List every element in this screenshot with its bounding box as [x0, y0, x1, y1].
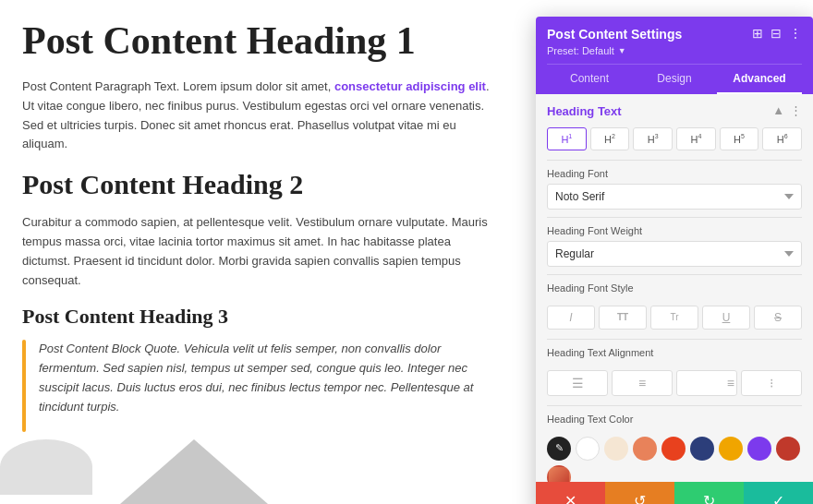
panel-header-icons: ⊞ ⊟ ⋮: [752, 26, 802, 42]
color-swatch-dark-blue[interactable]: [690, 437, 714, 461]
heading-font-row: Heading Font Noto Serif: [536, 161, 813, 217]
align-buttons: ☰ ≡ ≡ ⁝: [536, 370, 813, 405]
panel-tabs: Content Design Advanced: [547, 64, 802, 94]
preset-label: Preset: Default: [547, 45, 614, 56]
section-header-icons: ▲ ⋮: [772, 103, 802, 118]
heading-font-select[interactable]: Noto Serif: [547, 184, 802, 210]
panel-header: Post Content Settings ⊞ ⊟ ⋮ Preset: Defa…: [536, 17, 813, 94]
panel-preset[interactable]: Preset: Default ▼: [547, 45, 802, 56]
panel-body: Heading Text ▲ ⋮ H1 H2 H3 H4 H5 H6 Headi…: [536, 94, 813, 482]
preset-chevron: ▼: [618, 46, 626, 55]
style-strikethrough-btn[interactable]: S: [754, 306, 802, 330]
color-swatch-orange-light[interactable]: [633, 437, 657, 461]
section-collapse-icon[interactable]: ▲: [772, 103, 784, 118]
reset-icon: ↺: [634, 492, 646, 505]
style-bold-btn[interactable]: TT: [599, 306, 647, 330]
cancel-icon: ✕: [564, 492, 576, 505]
color-swatch-pencil[interactable]: ✎: [547, 437, 571, 461]
section-more-icon[interactable]: ⋮: [790, 103, 802, 118]
redo-button[interactable]: ↻: [674, 482, 744, 504]
color-swatch-orange[interactable]: [661, 437, 686, 461]
heading-text-align-label: Heading Text Alignment: [547, 347, 802, 358]
confirm-icon: ✓: [772, 492, 784, 505]
heading-text-color-row: Heading Text Color: [536, 406, 813, 437]
panel-header-top: Post Content Settings ⊞ ⊟ ⋮: [547, 26, 802, 42]
paragraph-1-highlight: consectetur adipiscing elit: [334, 79, 486, 93]
resize-icon[interactable]: ⊞: [752, 26, 763, 42]
redo-icon: ↻: [703, 492, 715, 505]
align-right-btn[interactable]: ≡: [676, 370, 737, 396]
columns-icon[interactable]: ⊟: [771, 26, 782, 42]
align-left-btn[interactable]: ☰: [547, 370, 608, 396]
shape-spacer: [92, 439, 120, 504]
content-area: Post Content Heading 1 Post Content Para…: [0, 0, 522, 504]
style-italic-btn[interactable]: I: [547, 306, 595, 330]
panel-footer: ✕ ↺ ↻ ✓: [536, 482, 813, 504]
color-swatches: ✎: [536, 437, 813, 482]
section-title: Heading Text: [547, 104, 622, 118]
heading-font-label: Heading Font: [547, 168, 802, 179]
heading-font-style-label: Heading Font Style: [547, 282, 802, 294]
color-swatch-cream[interactable]: [604, 437, 628, 461]
heading-1: Post Content Heading 1: [22, 18, 500, 63]
style-caps-btn[interactable]: Tr: [650, 306, 698, 330]
shape-circle: [0, 439, 92, 495]
settings-panel: Post Content Settings ⊞ ⊟ ⋮ Preset: Defa…: [536, 17, 813, 504]
blockquote-text: Post Content Block Quote. Vehicula velit…: [39, 340, 500, 416]
paragraph-2: Curabitur a commodo sapien, at pellentes…: [22, 213, 500, 290]
heading-btn-h1[interactable]: H1: [547, 127, 587, 150]
section-header: Heading Text ▲ ⋮: [536, 94, 813, 127]
heading-font-style-row: Heading Font Style: [536, 275, 813, 306]
heading-btn-h2[interactable]: H2: [590, 127, 630, 150]
confirm-button[interactable]: ✓: [744, 482, 813, 504]
heading-3: Post Content Heading 3: [22, 305, 500, 329]
cancel-button[interactable]: ✕: [536, 482, 605, 504]
tab-advanced[interactable]: Advanced: [717, 65, 802, 94]
heading-font-weight-row: Heading Font Weight Regular: [536, 218, 813, 274]
heading-btn-h5[interactable]: H5: [720, 127, 759, 150]
style-buttons: I TT Tr U S: [536, 306, 813, 339]
heading-btn-h6[interactable]: H6: [762, 127, 802, 150]
heading-btn-h3[interactable]: H3: [633, 127, 673, 150]
panel-title: Post Content Settings: [547, 27, 682, 42]
heading-text-align-row: Heading Text Alignment: [536, 340, 813, 370]
heading-btn-h4[interactable]: H4: [676, 127, 716, 150]
heading-text-color-label: Heading Text Color: [547, 414, 802, 425]
color-swatch-red[interactable]: [776, 437, 800, 461]
heading-font-weight-label: Heading Font Weight: [547, 225, 802, 236]
color-swatch-gold[interactable]: [719, 437, 743, 461]
tab-design[interactable]: Design: [632, 65, 717, 94]
paragraph-1-normal: Post Content Paragraph Text. Lorem ipsum…: [22, 79, 334, 93]
paragraph-1: Post Content Paragraph Text. Lorem ipsum…: [22, 78, 500, 154]
shapes-row: [0, 439, 522, 504]
color-swatch-purple[interactable]: [747, 437, 771, 461]
reset-button[interactable]: ↺: [605, 482, 674, 504]
heading-font-weight-select[interactable]: Regular: [547, 241, 802, 267]
shape-triangle: [120, 439, 268, 504]
style-underline-btn[interactable]: U: [702, 306, 750, 330]
align-center-btn[interactable]: ≡: [612, 370, 673, 396]
heading-2: Post Content Heading 2: [22, 169, 500, 200]
tab-content[interactable]: Content: [547, 65, 632, 94]
color-swatch-gradient[interactable]: [547, 465, 571, 482]
align-justify-btn[interactable]: ⁝: [741, 370, 802, 396]
heading-buttons: H1 H2 H3 H4 H5 H6: [536, 127, 813, 160]
color-swatch-white[interactable]: [576, 437, 600, 461]
more-icon[interactable]: ⋮: [789, 26, 802, 42]
blockquote-bar: [22, 340, 26, 431]
blockquote-wrapper: Post Content Block Quote. Vehicula velit…: [22, 340, 500, 431]
